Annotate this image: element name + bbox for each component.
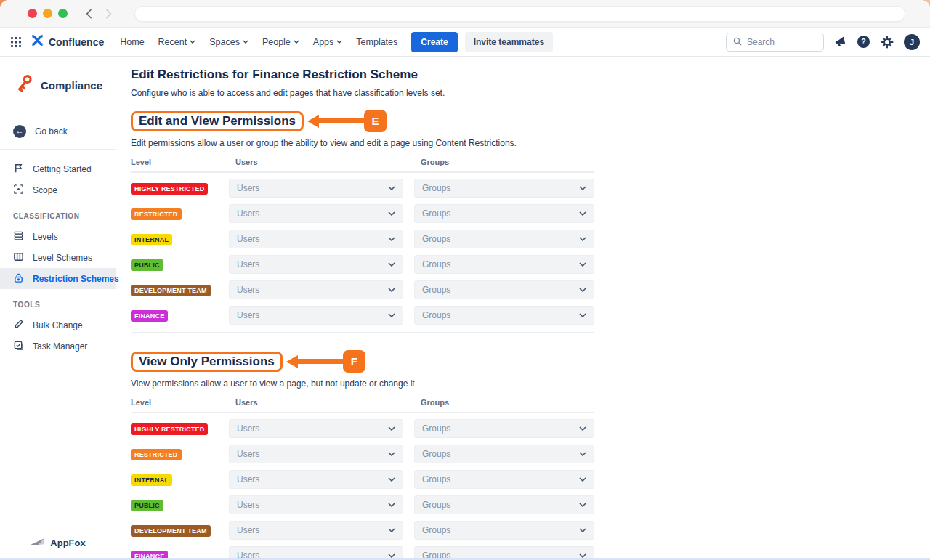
table-row: FINANCE Users Groups	[131, 302, 594, 328]
sidebar-item-restriction-schemes[interactable]: Restriction Schemes	[0, 268, 116, 289]
column-header-level: Level	[131, 398, 229, 407]
compliance-sidebar: Compliance ← Go back Getting Started Sco…	[0, 57, 116, 560]
app-switcher-icon[interactable]	[10, 36, 22, 48]
level-badge: INTERNAL	[131, 234, 172, 245]
nav-item-recent[interactable]: Recent	[158, 37, 196, 47]
chevron-down-icon	[336, 40, 342, 44]
browser-window: Confluence Home Recent Spaces People App…	[0, 0, 930, 560]
chevron-down-icon	[579, 426, 586, 431]
groups-select[interactable]: Groups	[414, 445, 594, 463]
chevron-down-icon	[579, 528, 586, 532]
search-icon	[733, 36, 742, 49]
search-box[interactable]	[726, 33, 824, 52]
groups-select[interactable]: Groups	[414, 521, 594, 540]
level-badge: HIGHLY RESTRICTED	[131, 423, 208, 435]
users-select[interactable]: Users	[229, 306, 403, 325]
annotation-arrow	[286, 355, 343, 368]
sidebar-item-levels[interactable]: Levels	[0, 226, 116, 247]
address-bar[interactable]	[134, 6, 905, 22]
window-controls	[28, 9, 68, 18]
forward-icon[interactable]	[102, 8, 114, 20]
chevron-down-icon	[388, 288, 395, 292]
sidebar-item-scope[interactable]: Scope	[0, 179, 116, 200]
sidebar-item-getting-started[interactable]: Getting Started	[0, 158, 116, 179]
nav-item-apps[interactable]: Apps	[313, 37, 343, 47]
level-badge: RESTRICTED	[131, 208, 182, 220]
table-row: DEVELOPMENT TEAM Users Groups	[131, 517, 594, 543]
nav-item-people[interactable]: People	[262, 37, 299, 47]
minimize-window-button[interactable]	[43, 9, 52, 18]
groups-select[interactable]: Groups	[414, 280, 594, 299]
chevron-down-icon	[579, 313, 586, 317]
column-header-groups: Groups	[414, 398, 594, 407]
annotation-highlight-box: View Only Permissions	[131, 352, 283, 372]
scheme-name: Finance Restriction Scheme	[252, 68, 418, 81]
chevron-down-icon	[294, 40, 299, 44]
key-icon	[13, 71, 35, 99]
users-select[interactable]: Users	[229, 255, 403, 274]
zoom-window-button[interactable]	[58, 9, 68, 18]
sidebar-section-classification: CLASSIFICATION	[0, 212, 116, 220]
chevron-down-icon	[388, 237, 395, 241]
nav-item-templates[interactable]: Templates	[356, 37, 397, 47]
window-titlebar	[0, 0, 930, 28]
groups-select[interactable]: Groups	[414, 470, 594, 489]
chevron-down-icon	[388, 503, 395, 507]
chevron-down-icon	[579, 262, 586, 267]
page-subtitle: Configure who is able to access and edit…	[131, 88, 930, 98]
sidebar-item-go-back[interactable]: ← Go back	[0, 121, 116, 142]
table-row: PUBLIC Users Groups	[131, 251, 594, 277]
groups-select[interactable]: Groups	[414, 204, 594, 223]
back-icon[interactable]	[84, 8, 95, 20]
create-button[interactable]: Create	[411, 32, 457, 52]
sidebar-item-level-schemes[interactable]: Level Schemes	[0, 247, 116, 268]
user-avatar[interactable]: J	[904, 34, 920, 50]
chevron-down-icon	[579, 477, 586, 482]
announcements-icon[interactable]	[834, 36, 846, 48]
chevron-down-icon	[579, 237, 586, 241]
columns-icon	[13, 251, 24, 264]
close-window-button[interactable]	[28, 9, 37, 18]
chevron-down-icon	[579, 186, 586, 190]
groups-select[interactable]: Groups	[414, 179, 594, 198]
chevron-down-icon	[579, 503, 586, 507]
users-select[interactable]: Users	[229, 495, 403, 514]
column-header-users: Users	[229, 398, 403, 407]
annotation-highlight-box: Edit and View Permissions	[131, 111, 304, 131]
users-select[interactable]: Users	[229, 470, 403, 489]
section-heading: Edit and View Permissions	[139, 114, 296, 129]
groups-select[interactable]: Groups	[414, 255, 594, 274]
sidebar-item-bulk-change[interactable]: Bulk Change	[0, 315, 116, 336]
chevron-down-icon	[388, 262, 395, 267]
groups-select[interactable]: Groups	[414, 419, 594, 438]
nav-item-spaces[interactable]: Spaces	[209, 37, 248, 47]
nav-item-home[interactable]: Home	[120, 37, 144, 47]
appfox-logo-icon	[30, 536, 46, 550]
compliance-app-logo: Compliance	[0, 71, 116, 99]
search-input[interactable]	[747, 37, 812, 47]
users-select[interactable]: Users	[229, 230, 403, 248]
chevron-down-icon	[579, 288, 586, 292]
permissions-table: Level Users Groups HIGHLY RESTRICTED Use…	[131, 158, 594, 333]
groups-select[interactable]: Groups	[414, 306, 594, 325]
settings-gear-icon[interactable]	[881, 36, 894, 49]
groups-select[interactable]: Groups	[414, 495, 594, 514]
groups-select[interactable]: Groups	[414, 230, 594, 248]
users-select[interactable]: Users	[229, 280, 403, 299]
invite-teammates-button[interactable]: Invite teammates	[465, 32, 553, 52]
sections-container: Edit and View Permissions E Edit permiss…	[131, 110, 930, 560]
sidebar-item-task-manager[interactable]: Task Manager	[0, 336, 116, 357]
users-select[interactable]: Users	[229, 521, 403, 540]
help-icon[interactable]: ?	[857, 35, 870, 49]
level-badge: INTERNAL	[131, 474, 172, 486]
chevron-down-icon	[579, 211, 586, 216]
users-select[interactable]: Users	[229, 179, 403, 198]
chevron-down-icon	[388, 211, 395, 216]
lock-icon	[13, 272, 24, 285]
appfox-branding: AppFox	[0, 536, 116, 550]
confluence-home-link[interactable]: Confluence	[31, 33, 104, 50]
users-select[interactable]: Users	[229, 445, 403, 463]
users-select[interactable]: Users	[229, 419, 403, 438]
table-body: HIGHLY RESTRICTED Users Groups RESTRICTE…	[131, 173, 594, 333]
users-select[interactable]: Users	[229, 204, 403, 223]
